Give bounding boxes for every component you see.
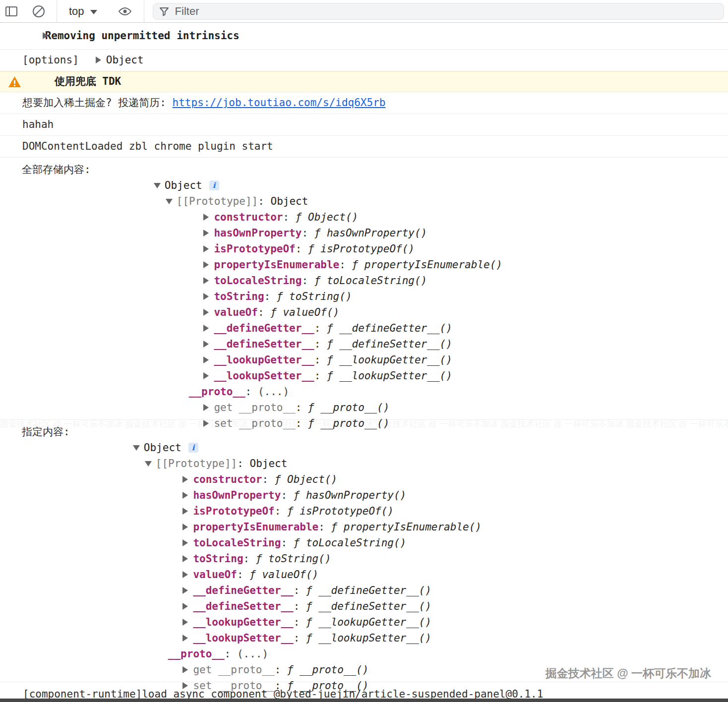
property-value: ƒ Object() <box>296 211 358 223</box>
log-text: DOMContentLoaded zbl chrome plugin start <box>22 140 273 152</box>
collapse-arrow-icon[interactable] <box>154 183 161 188</box>
console-warning-row[interactable]: 使用兜底 TDK <box>0 71 728 92</box>
object-root-row[interactable]: Objecti <box>104 162 502 177</box>
colon: : <box>258 195 270 207</box>
property-value: ƒ valueOf() <box>270 306 339 318</box>
property-value: ƒ propertyIsEnumerable() <box>331 521 482 533</box>
colon: : <box>281 537 293 549</box>
object-label: Object <box>270 195 308 207</box>
property-value: ƒ __lookupGetter__() <box>327 354 452 366</box>
object-label: Object <box>144 442 182 454</box>
property-value: ƒ __defineGetter__() <box>327 322 452 334</box>
expand-arrow-icon[interactable] <box>203 230 209 236</box>
property-name: valueOf <box>214 306 258 318</box>
console-log-row: [options]Object <box>0 50 728 71</box>
bottom-divider-bar <box>0 699 728 702</box>
property-value: ƒ __defineSetter__() <box>327 338 452 350</box>
log-text: 指定内容: <box>22 424 70 440</box>
property-value: ƒ valueOf() <box>249 569 318 581</box>
colon: : <box>314 338 327 350</box>
property-name: isPrototypeOf <box>193 505 274 517</box>
colon: : <box>318 521 331 533</box>
property-value: ƒ __lookupGetter__() <box>306 616 431 628</box>
colon: : <box>243 553 256 565</box>
expand-arrow-icon[interactable] <box>182 571 188 578</box>
chevron-down-icon <box>90 10 97 14</box>
property-value: ƒ __defineGetter__() <box>306 585 431 596</box>
expand-arrow-icon[interactable] <box>203 309 209 316</box>
expand-arrow-icon[interactable] <box>203 356 209 363</box>
object-preview[interactable]: Object <box>96 54 144 66</box>
console-messages: Removing unpermitted intrinsics [options… <box>0 23 728 702</box>
filter-box[interactable] <box>153 3 724 20</box>
property-name: get __proto__ <box>193 664 274 676</box>
expand-arrow-icon[interactable] <box>182 539 188 546</box>
expand-arrow-icon[interactable] <box>96 57 101 63</box>
expand-arrow-icon[interactable] <box>182 587 188 594</box>
property-value: ƒ toLocaleString() <box>314 275 427 287</box>
object-label: Object <box>165 179 202 191</box>
property-value: ƒ propertyIsEnumerable() <box>352 259 502 271</box>
expand-arrow-icon[interactable] <box>182 555 188 562</box>
collapse-arrow-icon[interactable] <box>133 445 140 451</box>
property-name: __proto__ <box>189 386 245 398</box>
colon: : <box>302 275 314 287</box>
expand-arrow-icon[interactable] <box>203 214 209 221</box>
clear-console-icon[interactable] <box>32 4 46 18</box>
expand-arrow-icon[interactable] <box>203 341 209 348</box>
property-name: valueOf <box>193 569 237 581</box>
expand-arrow-icon[interactable] <box>203 293 209 300</box>
colon: : <box>237 458 249 469</box>
expand-arrow-icon[interactable] <box>182 666 188 673</box>
expand-arrow-icon[interactable] <box>203 277 209 284</box>
warning-icon <box>8 76 21 87</box>
property-value: ƒ hasOwnProperty() <box>294 489 407 501</box>
property-name: propertyIsEnumerable <box>214 259 339 271</box>
object-tree: Objecti [[Prototype]]: Object constructo… <box>83 424 482 678</box>
expand-arrow-icon[interactable] <box>182 524 188 530</box>
property-name: isPrototypeOf <box>214 243 295 255</box>
expand-arrow-icon[interactable] <box>182 476 188 483</box>
property-list: constructor: ƒ Object() hasOwnProperty: … <box>83 456 482 630</box>
property-value: ƒ Object() <box>275 473 337 485</box>
colon: : <box>294 616 306 628</box>
object-root-row[interactable]: Objecti <box>83 424 482 440</box>
expand-arrow-icon[interactable] <box>66 78 72 85</box>
expand-arrow-icon[interactable] <box>43 32 48 39</box>
console-group-row[interactable]: Removing unpermitted intrinsics <box>0 23 728 50</box>
expand-arrow-icon[interactable] <box>182 508 188 515</box>
expand-arrow-icon[interactable] <box>182 635 188 642</box>
javascript-context-selector[interactable]: top <box>69 5 97 18</box>
log-link[interactable]: https://job.toutiao.com/s/idq6X5rb <box>173 97 386 109</box>
property-value: ƒ isPrototypeOf() <box>287 505 394 517</box>
property-name: constructor <box>193 473 262 485</box>
expand-arrow-icon[interactable] <box>182 619 188 626</box>
context-label: top <box>69 5 84 18</box>
console-log-row-storage: 全部存储内容: Objecti [[Prototype]]: Object co… <box>0 158 728 420</box>
expand-arrow-icon[interactable] <box>182 492 188 499</box>
expand-arrow-icon[interactable] <box>203 245 209 252</box>
property-name: __defineSetter__ <box>214 338 314 350</box>
collapse-arrow-icon[interactable] <box>145 461 152 467</box>
colon: : <box>314 354 327 366</box>
property-name: __lookupSetter__ <box>214 370 314 382</box>
colon: : <box>262 473 274 485</box>
expand-ellipsis[interactable]: (...) <box>237 648 268 660</box>
colon: : <box>245 386 258 398</box>
colon: : <box>296 243 308 255</box>
expand-ellipsis[interactable]: (...) <box>258 386 289 398</box>
expand-arrow-icon[interactable] <box>203 261 209 268</box>
property-name: hasOwnProperty <box>214 227 302 239</box>
expand-arrow-icon[interactable] <box>182 603 188 610</box>
colon: : <box>281 489 293 501</box>
live-expression-icon[interactable] <box>117 5 133 18</box>
colon: : <box>296 402 308 413</box>
filter-input[interactable] <box>175 5 719 18</box>
toolbar-separator <box>57 0 57 22</box>
expand-arrow-icon[interactable] <box>203 404 209 411</box>
property-name: toLocaleString <box>193 537 281 549</box>
expand-arrow-icon[interactable] <box>203 372 209 379</box>
expand-arrow-icon[interactable] <box>203 325 209 332</box>
collapse-arrow-icon[interactable] <box>166 199 173 204</box>
console-sidebar-toggle-icon[interactable] <box>5 5 18 17</box>
